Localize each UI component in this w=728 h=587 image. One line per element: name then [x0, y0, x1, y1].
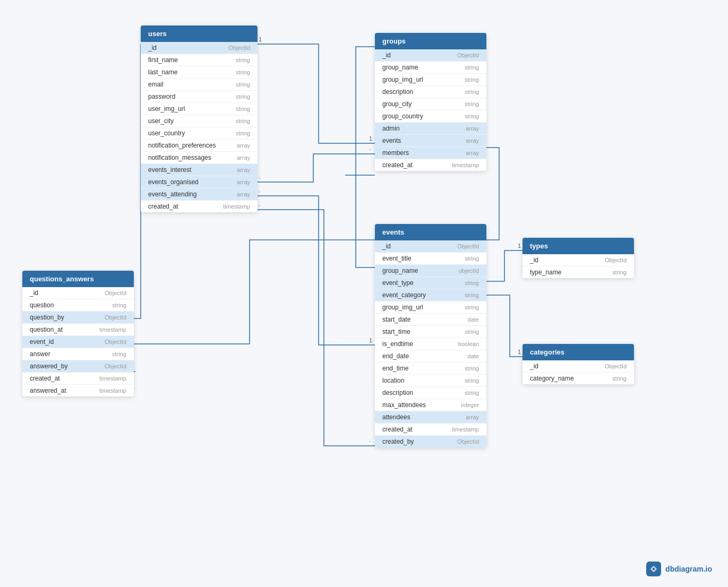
events-table: events _id ObjectId event_title string g… [375, 224, 486, 447]
svg-text:1: 1 [369, 135, 372, 142]
table-row: notification_messages array [141, 152, 258, 164]
table-row: user_city string [141, 115, 258, 127]
table-row: answered_at timestamp [22, 385, 134, 396]
table-row: first_name string [141, 54, 258, 66]
svg-text:·: · [259, 188, 260, 195]
table-row: members array [375, 147, 486, 159]
groups-table-header: groups [375, 33, 486, 49]
users-table-header: users [141, 25, 258, 42]
watermark: dbdiagram.io [646, 562, 712, 576]
events-table-header: events [375, 224, 486, 240]
table-row: group_country string [375, 110, 486, 123]
events-table-body: _id ObjectId event_title string group_na… [375, 240, 486, 447]
table-row: created_by ObjectId [375, 436, 486, 447]
table-row: start_time string [375, 326, 486, 338]
questions-answers-table: questions_answers _id ObjectId question … [22, 271, 134, 396]
table-row: events_organised array [141, 176, 258, 188]
table-row: attendees array [375, 411, 486, 424]
watermark-text: dbdiagram.io [665, 565, 712, 573]
questions-answers-table-body: _id ObjectId question string question_by… [22, 287, 134, 396]
users-table-body: _id ObjectId first_name string last_name… [141, 42, 258, 212]
table-row: _id ObjectId [22, 287, 134, 299]
types-table-header: types [523, 238, 634, 254]
svg-text:1: 1 [259, 36, 262, 42]
table-row: _id ObjectId [523, 360, 634, 373]
table-row: answer string [22, 348, 134, 360]
table-row: notification_preferences array [141, 140, 258, 152]
svg-text:·: · [369, 146, 371, 152]
table-row: event_id ObjectId [22, 336, 134, 348]
types-table-body: _id ObjectId type_name string [523, 254, 634, 278]
categories-table-body: _id ObjectId category_name string [523, 360, 634, 384]
table-row: email string [141, 79, 258, 91]
table-row: created_at timestamp [22, 373, 134, 385]
svg-text:1: 1 [518, 349, 521, 355]
table-row: group_img_url string [375, 301, 486, 314]
categories-table: categories _id ObjectId category_name st… [523, 344, 634, 384]
groups-table-body: _id ObjectId group_name string group_img… [375, 49, 486, 171]
table-row: type_name string [523, 266, 634, 278]
table-row: description string [375, 387, 486, 399]
table-row: admin array [375, 123, 486, 135]
table-row: password string [141, 91, 258, 103]
table-row: created_at timestamp [141, 201, 258, 212]
table-row: last_name string [141, 66, 258, 79]
svg-text:1: 1 [369, 337, 372, 343]
table-row: group_img_url string [375, 74, 486, 86]
table-row: created_at timestamp [375, 424, 486, 436]
table-row: description string [375, 86, 486, 98]
table-row: group_name string [375, 62, 486, 74]
svg-text:·: · [259, 202, 260, 209]
table-row: user_img_url string [141, 103, 258, 115]
table-row: question string [22, 299, 134, 312]
table-row: _id ObjectId [375, 49, 486, 62]
table-row: group_city string [375, 98, 486, 110]
table-row: _id ObjectId [375, 240, 486, 253]
groups-table: groups _id ObjectId group_name string gr… [375, 33, 486, 171]
questions-answers-table-header: questions_answers [22, 271, 134, 287]
table-row: question_at timestamp [22, 324, 134, 336]
table-row: event_title string [375, 253, 486, 265]
table-row: category_name string [523, 373, 634, 384]
svg-text:·: · [259, 175, 260, 181]
table-row: end_date date [375, 350, 486, 362]
table-row: event_type string [375, 277, 486, 289]
db-canvas: 1 1 · 1 · · · · · · 1 1 1 1 1 1 1 [0, 0, 728, 587]
types-table: types _id ObjectId type_name string [523, 238, 634, 278]
table-row: event_category string [375, 289, 486, 301]
table-row: group_name objectId [375, 265, 486, 277]
table-row: end_time string [375, 362, 486, 375]
categories-table-header: categories [523, 344, 634, 360]
svg-text:1: 1 [518, 243, 521, 249]
table-row: location string [375, 375, 486, 387]
table-row: user_country string [141, 127, 258, 140]
table-row: events_attending array [141, 188, 258, 201]
table-row: max_attendees integer [375, 399, 486, 411]
table-row: start_date date [375, 314, 486, 326]
users-table: users _id ObjectId first_name string las… [141, 25, 258, 212]
table-row: _id ObjectId [523, 254, 634, 266]
table-row: events_interest array [141, 164, 258, 176]
table-row: is_endtime boolean [375, 338, 486, 350]
table-row: _id ObjectId [141, 42, 258, 54]
table-row: events array [375, 135, 486, 147]
table-row: answered_by ObjectId [22, 360, 134, 373]
table-row: created_at timestamp [375, 159, 486, 171]
svg-text:·: · [369, 438, 371, 444]
watermark-icon [646, 562, 661, 576]
table-row: question_by ObjectId [22, 312, 134, 324]
